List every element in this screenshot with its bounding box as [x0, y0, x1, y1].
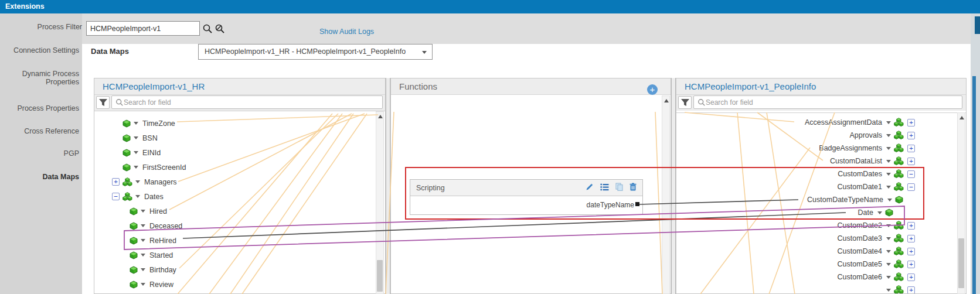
- functions-panel-title: Functions: [391, 78, 671, 95]
- chevron-down-icon[interactable]: [141, 254, 145, 257]
- tree-row[interactable]: Approvals +: [676, 129, 966, 142]
- tree-row[interactable]: CustomDate5 +: [676, 258, 966, 271]
- expander-plus-icon[interactable]: +: [907, 261, 915, 268]
- chevron-down-icon[interactable]: [134, 166, 138, 169]
- chevron-down-icon[interactable]: [134, 136, 138, 139]
- chevron-down-icon[interactable]: [886, 121, 891, 124]
- search-icon[interactable]: [202, 23, 213, 36]
- tree-row[interactable]: CustomDate3 +: [676, 232, 966, 245]
- expander-plus-icon[interactable]: +: [907, 235, 915, 242]
- tree-row[interactable]: CustomDates −: [676, 167, 966, 180]
- expander-plus-icon[interactable]: +: [907, 158, 915, 165]
- target-search-input[interactable]: [706, 98, 962, 107]
- process-filter-input[interactable]: [86, 21, 200, 36]
- tree-row[interactable]: ReHired: [94, 233, 385, 248]
- expander-plus-icon[interactable]: +: [907, 145, 915, 152]
- delete-icon[interactable]: [629, 183, 637, 193]
- tree-row[interactable]: BSN: [94, 131, 385, 145]
- tree-row[interactable]: Review: [94, 277, 385, 292]
- add-function-icon[interactable]: +: [647, 84, 658, 95]
- chevron-down-icon[interactable]: [886, 160, 891, 163]
- tree-row[interactable]: FirstScreenId: [94, 160, 385, 175]
- chevron-down-icon[interactable]: [877, 211, 882, 214]
- edit-icon[interactable]: [586, 183, 594, 193]
- tree-row[interactable]: TimeZone: [94, 116, 385, 131]
- sidebar-item-process-properties[interactable]: Process Properties: [4, 105, 79, 113]
- expander-plus-icon[interactable]: +: [907, 286, 915, 294]
- chevron-down-icon[interactable]: [886, 237, 891, 240]
- sidebar-item-cross-reference[interactable]: Cross Reference: [4, 128, 79, 136]
- tree-row[interactable]: + Managers: [94, 175, 385, 189]
- chevron-down-icon[interactable]: [141, 283, 145, 286]
- sidebar-item-dynamic-process-properties[interactable]: Dynamic Process Properties: [4, 70, 79, 86]
- chevron-down-icon[interactable]: [135, 195, 140, 198]
- scrollbar-thumb[interactable]: [377, 260, 383, 292]
- expander-plus-icon[interactable]: +: [907, 248, 915, 255]
- tree-row[interactable]: BadgeAssignments +: [676, 142, 966, 155]
- scrollbar-thumb[interactable]: [958, 238, 964, 288]
- chevron-down-icon[interactable]: [141, 210, 145, 213]
- expander-plus-icon[interactable]: +: [907, 132, 915, 139]
- tree-row[interactable]: − Dates: [94, 189, 385, 204]
- page-scrollbar-thumb[interactable]: [975, 16, 980, 34]
- tree-row[interactable]: Birthday: [94, 262, 385, 277]
- source-search-input[interactable]: [124, 98, 382, 107]
- chevron-down-icon[interactable]: [886, 134, 891, 137]
- chevron-down-icon[interactable]: [886, 250, 891, 253]
- target-scrollbar[interactable]: [957, 112, 965, 294]
- functions-scrollbar[interactable]: [662, 95, 670, 294]
- chevron-down-icon[interactable]: [886, 289, 891, 292]
- tree-row[interactable]: CustomDate6 +: [676, 271, 966, 283]
- chevron-down-icon[interactable]: [886, 276, 891, 279]
- tree-row[interactable]: CustomDate1 −: [676, 180, 966, 193]
- chevron-down-icon[interactable]: [141, 224, 145, 227]
- target-field-tree: AccessAssignmentData +Approvals +BadgeAs…: [676, 112, 966, 293]
- panel-divider: [386, 78, 390, 294]
- expander-plus-icon[interactable]: +: [907, 274, 915, 281]
- tree-row[interactable]: +: [676, 283, 966, 293]
- chevron-down-icon[interactable]: [134, 122, 138, 125]
- expander-plus-icon[interactable]: +: [112, 178, 120, 186]
- chevron-down-icon[interactable]: [135, 180, 140, 183]
- list-icon[interactable]: [600, 183, 609, 193]
- tree-row[interactable]: CustomDateTypeName: [676, 193, 966, 206]
- tree-row[interactable]: CustomDate4 +: [676, 245, 966, 258]
- tree-row[interactable]: Date: [676, 206, 966, 219]
- tree-row[interactable]: AccessAssignmentData +: [676, 116, 966, 129]
- chevron-down-icon[interactable]: [141, 239, 145, 242]
- filter-icon[interactable]: [96, 96, 110, 109]
- chevron-down-icon[interactable]: [886, 186, 891, 189]
- expander-minus-icon[interactable]: −: [907, 170, 915, 178]
- chevron-down-icon[interactable]: [886, 224, 891, 227]
- scroll-up-icon[interactable]: [378, 115, 383, 118]
- tree-row[interactable]: CustomDate2 +: [676, 219, 966, 232]
- chevron-down-icon[interactable]: [886, 173, 891, 176]
- page-title: Extensions: [0, 0, 980, 13]
- source-scrollbar[interactable]: [376, 111, 384, 294]
- tree-row[interactable]: CustomDataList +: [676, 155, 966, 167]
- tree-row[interactable]: Hired: [94, 204, 385, 218]
- sidebar-item-data-maps[interactable]: Data Maps: [4, 173, 79, 182]
- expander-plus-icon[interactable]: +: [907, 119, 915, 127]
- chevron-down-icon[interactable]: [141, 268, 145, 271]
- sidebar-item-pgp[interactable]: PGP: [4, 150, 79, 158]
- scripting-function-box[interactable]: Scripting dateTypeName: [410, 179, 643, 215]
- show-audit-logs-link[interactable]: Show Audit Logs: [319, 28, 374, 36]
- filter-icon[interactable]: [678, 96, 692, 109]
- expander-plus-icon[interactable]: +: [907, 222, 915, 230]
- chevron-down-icon[interactable]: [886, 147, 891, 150]
- chevron-down-icon[interactable]: [887, 199, 892, 201]
- tree-row[interactable]: Deceased: [94, 218, 385, 233]
- clear-search-icon[interactable]: [215, 23, 225, 36]
- tree-row[interactable]: EINId: [94, 145, 385, 160]
- copy-icon[interactable]: [615, 183, 623, 193]
- sidebar-item-connection-settings[interactable]: Connection Settings: [4, 47, 79, 55]
- chevron-down-icon[interactable]: [886, 263, 891, 266]
- scroll-up-icon[interactable]: [959, 116, 964, 119]
- tree-row[interactable]: Started: [94, 248, 385, 262]
- scroll-up-icon[interactable]: [664, 99, 669, 102]
- data-maps-select[interactable]: HCMPeopleImport-v1_HR - HCMPeopleImport-…: [198, 44, 433, 60]
- expander-minus-icon[interactable]: −: [907, 183, 915, 191]
- chevron-down-icon[interactable]: [134, 151, 138, 154]
- expander-minus-icon[interactable]: −: [112, 193, 120, 200]
